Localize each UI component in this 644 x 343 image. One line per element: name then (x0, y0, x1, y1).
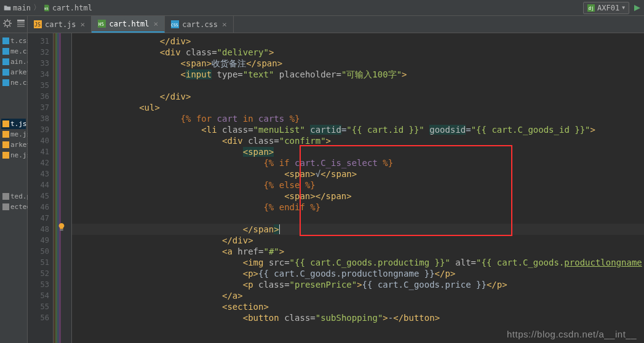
code-line[interactable]: <button class="subShopping">-</button> (72, 312, 644, 323)
file-type-icon (2, 48, 9, 55)
code-line[interactable]: <span> (72, 146, 644, 157)
line-number: 47 (28, 213, 49, 224)
project-file-item[interactable]: t.js (1, 119, 26, 129)
breadcrumb-item-file[interactable]: H5 cart.html (43, 4, 92, 12)
file-type-icon (2, 120, 9, 127)
code-line[interactable]: <span>√</span> (72, 168, 644, 179)
code-line[interactable]: </div> (72, 36, 644, 47)
line-number: 35 (28, 80, 49, 91)
code-line[interactable]: <ul> (72, 102, 644, 113)
svg-rect-22 (60, 229, 63, 231)
breadcrumb-label: main (13, 4, 31, 12)
code-line[interactable]: </div> (72, 235, 644, 246)
fold-gutter (54, 33, 72, 343)
project-file-item[interactable]: me.css (1, 46, 26, 57)
html-file-icon: H5 (43, 4, 50, 12)
breadcrumb-bar: main 〉 H5 cart.html dj AXF01 ▼ (0, 0, 644, 16)
file-type-icon (2, 69, 9, 76)
breadcrumb-label: cart.html (52, 4, 92, 12)
line-number-gutter: 3132333435363738394041424344454647484950… (28, 33, 54, 343)
code-line[interactable]: {% endif %} (72, 202, 644, 213)
js-file-icon: JS (34, 20, 42, 28)
project-file-label: t.js (10, 120, 27, 128)
line-number: 33 (28, 58, 49, 69)
breadcrumb[interactable]: main 〉 H5 cart.html (4, 2, 92, 13)
intention-bulb-icon[interactable] (57, 223, 66, 231)
collapse-sidebar-icon[interactable] (17, 19, 25, 30)
code-line[interactable] (72, 213, 644, 224)
svg-rect-10 (2, 120, 9, 127)
svg-text:H5: H5 (44, 7, 48, 10)
project-file-item[interactable]: ne.js (1, 150, 26, 160)
svg-rect-6 (2, 48, 9, 55)
run-button[interactable] (634, 5, 640, 11)
svg-text:dj: dj (589, 6, 594, 11)
project-file-item[interactable]: arket.js (1, 140, 26, 150)
svg-point-3 (5, 21, 10, 26)
code-content[interactable]: </div> <div class="delivery"> <span>收货备注… (72, 33, 644, 343)
svg-text:CSS: CSS (171, 23, 178, 28)
project-file-item[interactable]: me.js (1, 129, 26, 140)
line-number: 36 (28, 91, 49, 102)
project-file-list[interactable]: t.cssme.cssain.cssarket.cssne.csst.jsme.… (0, 33, 27, 215)
gear-icon[interactable] (2, 18, 12, 30)
editor-tab[interactable]: CSScart.css× (165, 16, 234, 33)
tab-label: cart.js (45, 20, 76, 29)
code-line[interactable]: <input type="text" placeholder="可输入100字"… (72, 69, 644, 80)
code-line[interactable]: </span> (72, 224, 644, 235)
file-type-icon (2, 193, 9, 200)
svg-rect-7 (2, 58, 9, 65)
html-file-icon: H5 (98, 20, 106, 28)
code-line[interactable]: <div class="confirm"> (72, 135, 644, 146)
code-line[interactable]: <span></span> (72, 191, 644, 202)
svg-rect-11 (2, 131, 9, 138)
file-type-icon (2, 58, 9, 65)
file-type-icon (2, 131, 9, 138)
editor-tabs[interactable]: JScart.js×H5cart.html×CSScart.css× (28, 16, 644, 33)
code-line[interactable]: </a> (72, 290, 644, 301)
editor-tab[interactable]: H5cart.html× (92, 16, 165, 33)
code-line[interactable]: <p class="presenPrice">{{ cart.C_goods.p… (72, 279, 644, 290)
breadcrumb-sep: 〉 (33, 2, 41, 13)
file-type-icon (2, 79, 9, 86)
code-line[interactable] (72, 80, 644, 91)
code-line[interactable]: {% if cart.C_is_select %} (72, 157, 644, 168)
code-line[interactable]: <li class="menuList" cartid="{{ cart.id … (72, 124, 644, 135)
css-file-icon: CSS (171, 20, 179, 28)
svg-text:JS: JS (34, 22, 41, 28)
run-config-dropdown[interactable]: dj AXF01 ▼ (583, 2, 629, 14)
project-file-item[interactable]: ne.css (1, 77, 26, 88)
code-line[interactable]: {% else %} (72, 179, 644, 191)
line-number: 45 (28, 191, 49, 202)
svg-rect-4 (17, 20, 25, 22)
project-file-item[interactable]: ected.png (1, 202, 26, 212)
close-tab-icon[interactable]: × (222, 20, 227, 29)
code-line[interactable]: <p>{{ cart.C_goods.productlongname }}</p… (72, 268, 644, 279)
svg-rect-5 (2, 37, 9, 44)
project-file-item[interactable]: arket.css (1, 67, 26, 77)
code-line[interactable]: <img src="{{ cart.C_goods.productimg }}"… (72, 257, 644, 268)
editor-tab[interactable]: JScart.js× (28, 16, 92, 33)
line-number: 46 (28, 202, 49, 213)
line-number: 43 (28, 168, 49, 179)
code-line[interactable]: <section> (72, 301, 644, 312)
code-line[interactable]: {% for cart in carts %} (72, 113, 644, 124)
line-number: 40 (28, 135, 49, 146)
tab-label: cart.html (109, 20, 149, 28)
project-file-item[interactable]: t.css (1, 36, 26, 46)
breadcrumb-item-folder[interactable]: main (4, 4, 31, 12)
close-tab-icon[interactable]: × (153, 19, 158, 28)
line-number: 41 (28, 146, 49, 157)
svg-rect-14 (2, 193, 9, 200)
project-file-item[interactable]: ted.png (1, 191, 26, 202)
project-file-item[interactable]: ain.css (1, 57, 26, 67)
code-editor[interactable]: 3132333435363738394041424344454647484950… (28, 33, 644, 343)
line-number: 39 (28, 124, 49, 135)
code-line[interactable]: <a href="#"> (72, 246, 644, 257)
code-line[interactable]: </div> (72, 91, 644, 102)
svg-rect-13 (2, 152, 9, 159)
code-line[interactable]: <span>收货备注</span> (72, 58, 644, 69)
code-line[interactable]: <div class="delivery"> (72, 47, 644, 58)
close-tab-icon[interactable]: × (81, 20, 85, 29)
line-number: 53 (28, 279, 49, 290)
